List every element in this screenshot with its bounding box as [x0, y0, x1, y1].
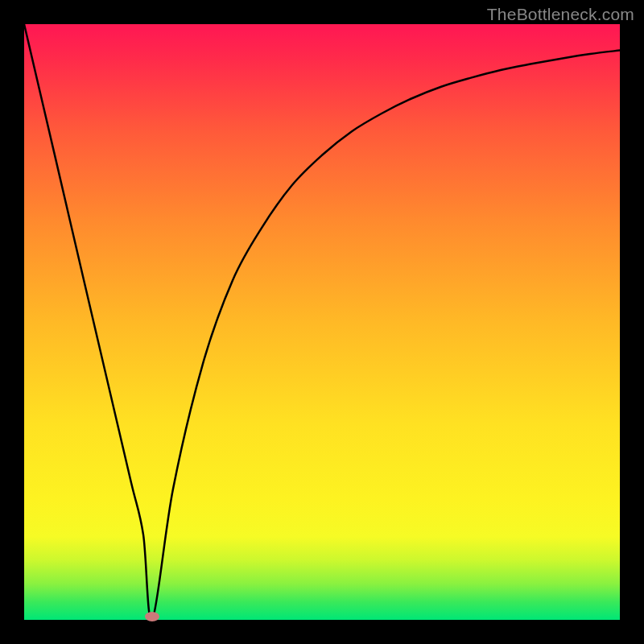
watermark-text: TheBottleneck.com [487, 5, 634, 24]
bottleneck-curve [24, 24, 620, 620]
marker-dot [145, 612, 159, 621]
chart-frame: TheBottleneck.com [0, 0, 644, 644]
curve-path [24, 24, 620, 620]
plot-area [24, 24, 620, 620]
